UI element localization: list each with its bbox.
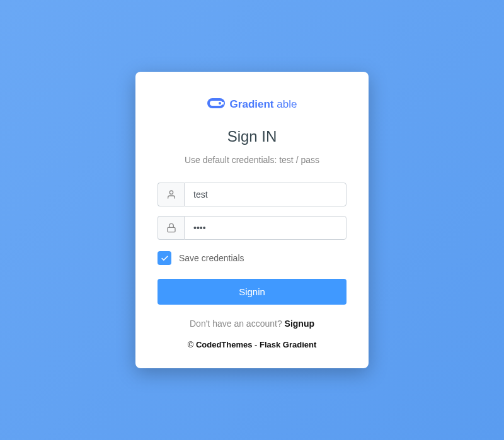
user-icon [158,183,184,206]
username-input[interactable] [184,183,346,206]
check-icon [161,254,169,262]
signup-link[interactable]: Signup [285,319,314,329]
subtitle: Use default credentials: test / pass [158,155,346,165]
logo-text: Gradient able [230,98,297,111]
svg-rect-3 [168,227,175,232]
password-group [158,216,346,240]
save-credentials-label: Save credentials [179,253,244,263]
signin-button[interactable]: Signin [158,279,346,305]
logo-brand-light: able [274,98,297,110]
svg-point-2 [169,191,173,194]
logo-icon [207,97,225,112]
logo-brand-bold: Gradient [230,98,274,110]
username-group [158,183,346,206]
save-credentials-checkbox[interactable] [158,251,171,265]
save-credentials-row: Save credentials [158,251,346,265]
logo: Gradient able [158,97,346,112]
footer-link-flask-gradient[interactable]: Flask Gradient [260,340,316,349]
signup-prompt-text: Don't have an account? [190,319,285,329]
footer-copyright: © [188,340,196,349]
footer-separator: - [252,340,260,349]
signup-prompt: Don't have an account? Signup [158,319,346,329]
svg-point-1 [219,102,221,104]
footer-link-codedthemes[interactable]: CodedThemes [196,340,253,349]
signin-card: Gradient able Sign IN Use default creden… [135,72,369,368]
page-title: Sign IN [158,128,346,145]
footer: © CodedThemes - Flask Gradient [158,340,346,349]
password-input[interactable] [184,216,346,240]
lock-icon [158,216,184,240]
